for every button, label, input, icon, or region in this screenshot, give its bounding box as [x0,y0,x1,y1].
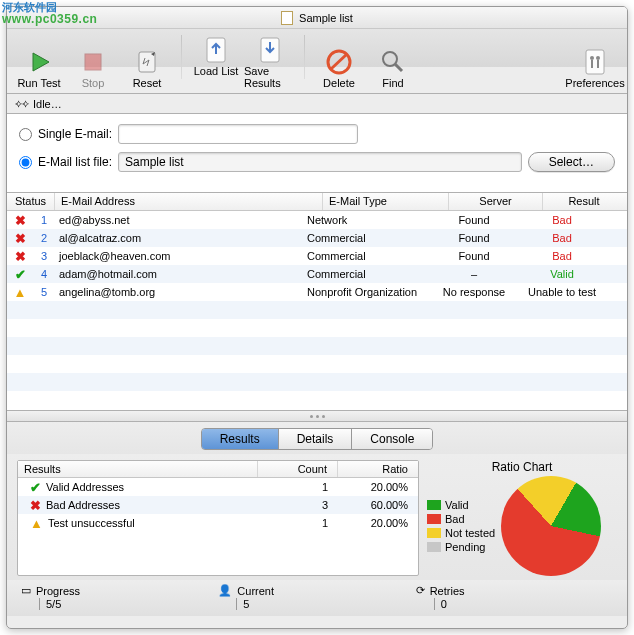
tabs-row: Results Details Console [7,422,627,454]
col-email[interactable]: E-Mail Address [55,193,323,210]
signal-icon: ⟡⟡ [15,97,29,110]
summary-row[interactable]: ▲Test unsuccessful 1 20.00% [18,514,418,532]
table-row-empty [7,337,627,355]
table-header-row: Status E-Mail Address E-Mail Type Server… [7,193,627,211]
splitter-handle[interactable] [7,411,627,422]
preferences-button[interactable]: Preferences [569,45,621,91]
row-number: 1 [33,213,53,227]
toolbar: Run Test Stop Reset Load List Save Resul… [7,29,627,94]
delete-button[interactable]: Delete [313,45,365,91]
legend-item: Bad [427,513,495,525]
col-status[interactable]: Status [7,193,55,210]
rcol-results[interactable]: Results [18,461,258,477]
summary-row[interactable]: ✖Bad Addresses 3 60.00% [18,496,418,514]
row-number: 5 [33,285,53,299]
row-result: Bad [521,213,603,227]
email-table: Status E-Mail Address E-Mail Type Server… [7,193,627,411]
svg-point-10 [590,56,594,60]
bottom-pane: Results Count Ratio ✔Valid Addresses 1 2… [7,454,627,580]
summary-row[interactable]: ✔Valid Addresses 1 20.00% [18,478,418,496]
tab-console[interactable]: Console [352,429,432,449]
legend-item: Valid [427,499,495,511]
no-entry-icon [324,47,354,77]
warning-icon: ▲ [14,285,27,300]
warning-icon: ▲ [30,516,43,531]
check-icon: ✔ [30,480,41,495]
row-number: 3 [33,249,53,263]
table-row-empty [7,319,627,337]
row-type: Network [301,213,427,227]
status-text: Idle… [33,98,62,110]
document-icon [281,11,293,25]
row-server: Found [427,249,521,263]
upload-icon [201,35,231,65]
single-email-radio[interactable] [19,128,32,141]
row-result: Unable to test [521,285,603,299]
table-row[interactable]: ✔ 4 adam@hotmail.com Commercial – Valid [7,265,627,283]
table-body: ✖ 1 ed@abyss.net Network Found Bad ✖ 2 a… [7,211,627,409]
row-email: adam@hotmail.com [53,267,301,281]
row-number: 4 [33,267,53,281]
progress-value: 5/5 [39,598,218,610]
row-email: ed@abyss.net [53,213,301,227]
table-row[interactable]: ✖ 2 al@alcatraz.com Commercial Found Bad [7,229,627,247]
row-type: Commercial [301,249,427,263]
col-server[interactable]: Server [449,193,543,210]
titlebar[interactable]: Sample list [7,7,627,29]
find-button[interactable]: Find [367,45,419,91]
row-email: al@alcatraz.com [53,231,301,245]
ratio-chart-pane: Ratio Chart ValidBadNot testedPending [427,460,617,576]
current-value: 5 [236,598,415,610]
x-icon: ✖ [15,231,26,246]
row-server: No response [427,285,521,299]
col-type[interactable]: E-Mail Type [323,193,449,210]
table-row[interactable]: ✖ 1 ed@abyss.net Network Found Bad [7,211,627,229]
metrics-row: ▭Progress 5/5 👤Current 5 ⟳Retries 0 [7,580,627,616]
single-email-input[interactable] [118,124,358,144]
file-list-input[interactable] [118,152,522,172]
file-list-radio[interactable] [19,156,32,169]
select-file-button[interactable]: Select… [528,152,615,172]
pie-chart [501,476,601,576]
check-icon: ✔ [15,267,26,282]
current-metric: 👤Current 5 [218,584,415,610]
svg-point-7 [383,52,397,66]
row-number: 2 [33,231,53,245]
results-summary-table: Results Count Ratio ✔Valid Addresses 1 2… [17,460,419,576]
status-bar: ⟡⟡ Idle… [7,94,627,114]
run-test-button[interactable]: Run Test [13,45,65,91]
tab-results[interactable]: Results [202,429,279,449]
retries-metric: ⟳Retries 0 [416,584,613,610]
refresh-icon: ⟳ [416,584,425,597]
play-icon [24,47,54,77]
table-row-empty [7,301,627,319]
reset-button[interactable]: Reset [121,45,173,91]
col-result[interactable]: Result [543,193,625,210]
table-row-empty [7,373,627,391]
chart-title: Ratio Chart [427,460,617,474]
stop-icon [78,47,108,77]
table-row[interactable]: ▲ 5 angelina@tomb.org Nonprofit Organiza… [7,283,627,301]
stop-button: Stop [67,45,119,91]
row-type: Commercial [301,231,427,245]
rcol-ratio[interactable]: Ratio [338,461,418,477]
progress-metric: ▭Progress 5/5 [21,584,218,610]
svg-line-6 [331,54,347,69]
rcol-count[interactable]: Count [258,461,338,477]
tab-details[interactable]: Details [279,429,353,449]
download-icon [255,35,285,65]
file-list-label: E-Mail list file: [38,155,112,169]
table-row-empty [7,355,627,373]
table-row[interactable]: ✖ 3 joeblack@heaven.com Commercial Found… [7,247,627,265]
progress-icon: ▭ [21,584,31,597]
load-list-button[interactable]: Load List [190,33,242,91]
row-result: Bad [521,231,603,245]
save-results-button[interactable]: Save Results [244,33,296,91]
watermark-line2: www.pc0359.cn [2,13,97,25]
row-result: Valid [521,267,603,281]
row-type: Commercial [301,267,427,281]
retries-value: 0 [434,598,613,610]
row-email: joeblack@heaven.com [53,249,301,263]
legend-item: Not tested [427,527,495,539]
chart-legend: ValidBadNot testedPending [427,499,495,553]
